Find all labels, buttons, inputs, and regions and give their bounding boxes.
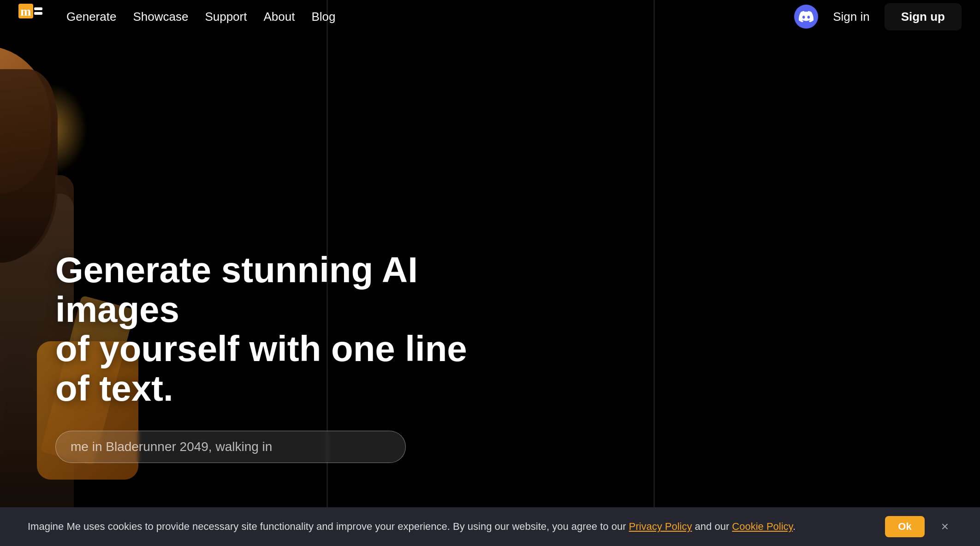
privacy-policy-link[interactable]: Privacy Policy (629, 521, 692, 532)
prompt-input[interactable] (71, 439, 391, 454)
sign-in-button[interactable]: Sign in (829, 10, 873, 24)
cookie-banner: Imagine Me uses cookies to provide neces… (0, 507, 980, 546)
nav-showcase[interactable]: Showcase (133, 10, 188, 24)
discord-button[interactable] (794, 5, 818, 29)
nav-support[interactable]: Support (205, 10, 247, 24)
nav-blog[interactable]: Blog (311, 10, 335, 24)
navigation: m Generate Showcase Support About Blog S… (0, 0, 980, 33)
nav-right: Sign in Sign up (794, 3, 962, 30)
svg-rect-3 (34, 12, 42, 15)
nav-generate[interactable]: Generate (66, 10, 116, 24)
panel-divider-right (653, 0, 655, 507)
nav-about[interactable]: About (263, 10, 295, 24)
sign-up-button[interactable]: Sign up (885, 3, 962, 30)
svg-text:m: m (20, 4, 31, 18)
cookie-close-button[interactable]: × (938, 517, 952, 536)
svg-rect-2 (34, 7, 42, 10)
cookie-text: Imagine Me uses cookies to provide neces… (28, 520, 868, 534)
cookie-ok-button[interactable]: Ok (885, 516, 924, 537)
hero-headline: Generate stunning AI images of yourself … (55, 250, 470, 409)
prompt-input-wrap (55, 431, 406, 463)
cookie-policy-link[interactable]: Cookie Policy (732, 521, 793, 532)
hero-content: Generate stunning AI images of yourself … (55, 250, 470, 463)
nav-links: Generate Showcase Support About Blog (66, 10, 794, 24)
logo[interactable]: m (18, 4, 44, 30)
